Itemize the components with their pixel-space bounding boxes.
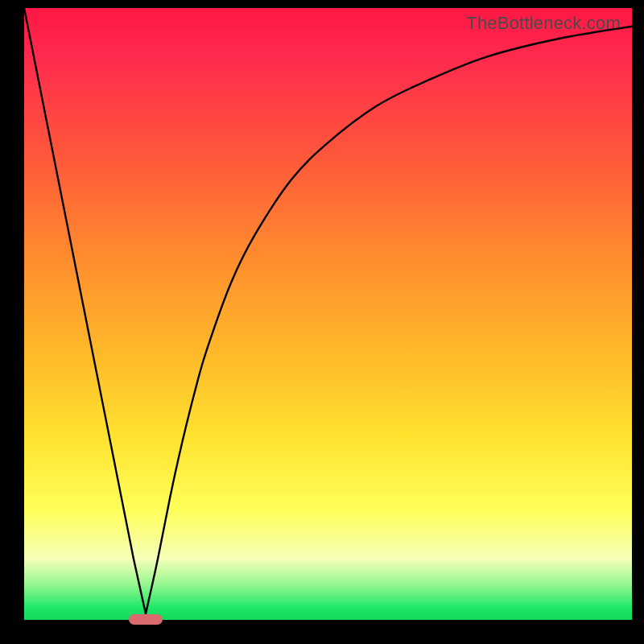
plot-area: TheBottleneck.com (24, 8, 632, 620)
minimum-marker (129, 614, 163, 625)
chart-frame: TheBottleneck.com (0, 0, 644, 644)
watermark-text: TheBottleneck.com (466, 13, 621, 34)
bottleneck-curve (24, 8, 632, 620)
